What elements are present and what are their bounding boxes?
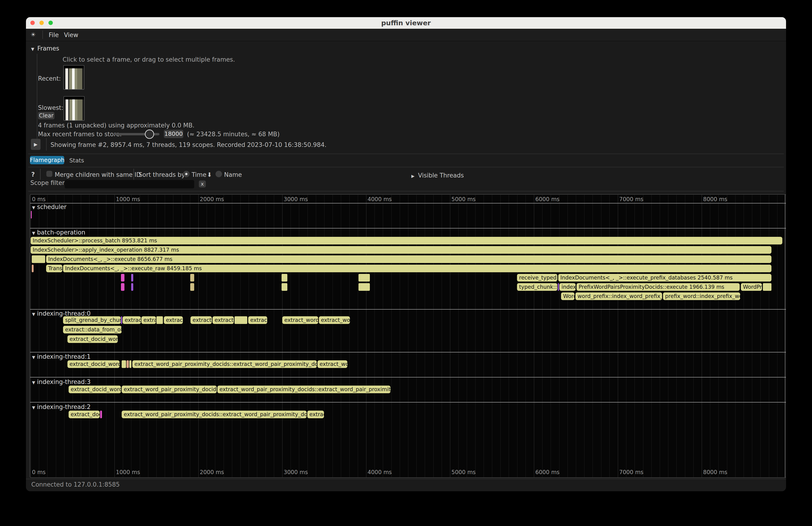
- slider-knob[interactable]: [145, 130, 154, 139]
- flame-scope-bar[interactable]: extract_docid_word: [69, 385, 121, 393]
- thread-section-header[interactable]: ▼batch-operation: [32, 229, 85, 236]
- flame-scope-bar[interactable]: [359, 283, 370, 291]
- flame-scope-bar[interactable]: [558, 283, 559, 291]
- flame-scope-bar[interactable]: extract_word_pair_proximity_docids: [122, 385, 217, 393]
- flame-scope-bar[interactable]: extract_wo: [318, 360, 347, 368]
- menu-view[interactable]: View: [64, 31, 78, 39]
- flame-scope-bar[interactable]: prefix_word::index_prefix_wo: [663, 292, 740, 300]
- flame-scope-bar[interactable]: typed_chunk::w: [517, 283, 557, 291]
- thread-section-header[interactable]: ▼indexing-thread:0: [32, 310, 91, 317]
- flame-scope-bar[interactable]: [122, 360, 126, 368]
- divider: [28, 167, 784, 167]
- menu-file[interactable]: File: [49, 31, 59, 39]
- theme-toggle-icon[interactable]: ☀: [31, 31, 36, 38]
- flame-scope-bar[interactable]: WordPr: [741, 283, 762, 291]
- collapse-triangle-icon: ▼: [32, 231, 35, 235]
- flame-scope-bar[interactable]: [131, 274, 133, 281]
- flame-scope-bar[interactable]: IndexDocuments<_, _>::execute_prefix_dat…: [558, 274, 771, 281]
- flame-scope-bar[interactable]: extra: [141, 316, 156, 324]
- separator: [40, 169, 41, 180]
- flame-scope-bar[interactable]: [131, 283, 133, 291]
- merge-children-label: Merge children with same ID: [55, 171, 141, 178]
- flame-scope-bar[interactable]: extract_: [190, 316, 212, 324]
- play-button[interactable]: ▶: [31, 139, 41, 150]
- flame-scope-bar[interactable]: [281, 274, 287, 281]
- flame-scope-bar[interactable]: [359, 274, 370, 281]
- collapse-triangle-icon: ▼: [32, 355, 35, 360]
- flame-scope-bar[interactable]: IndexDocuments<_, _>::execute 8656.677 m…: [46, 255, 771, 263]
- tab-flamegraph[interactable]: Flamegraph: [30, 156, 64, 164]
- flame-scope-bar[interactable]: IndexDocuments<_, _>::execute_raw 8459.1…: [63, 265, 771, 272]
- ruler-tick-label: 8000 ms: [703, 196, 727, 203]
- flame-scope-bar[interactable]: extract: [122, 316, 141, 324]
- thread-section-header[interactable]: ▼indexing-thread:1: [32, 353, 91, 360]
- tab-stats[interactable]: Stats: [69, 157, 84, 164]
- flame-scope-bar[interactable]: index: [560, 283, 576, 291]
- slowest-frames-thumbnail[interactable]: [63, 96, 85, 121]
- flame-scope-bar[interactable]: [763, 283, 771, 291]
- flame-scope-bar[interactable]: IndexScheduler>::apply_index_operation 8…: [31, 246, 771, 254]
- flame-scope-bar[interactable]: Word: [561, 292, 575, 300]
- flame-scope-bar[interactable]: [100, 411, 102, 418]
- flame-scope-bar[interactable]: extrac: [164, 316, 183, 324]
- flame-scope-bar[interactable]: extract_word: [282, 316, 318, 324]
- clear-frames-button[interactable]: Clear: [38, 112, 55, 119]
- flame-scope-bar[interactable]: [156, 316, 163, 324]
- flame-scope-bar[interactable]: [127, 360, 129, 368]
- flame-scope-bar[interactable]: extract: [248, 316, 267, 324]
- section-separator: [30, 309, 786, 310]
- flame-scope-bar[interactable]: split_grenad_by_chun: [63, 316, 121, 324]
- sort-name-radio[interactable]: [216, 171, 222, 177]
- flame-scope-bar[interactable]: [129, 360, 131, 368]
- ruler-tick-label: 2000 ms: [200, 469, 224, 476]
- flame-scope-bar[interactable]: extract_docid_word: [68, 360, 119, 368]
- flame-scope-bar[interactable]: [121, 274, 125, 281]
- visible-threads-toggle[interactable]: ▶ Visible Threads: [411, 172, 464, 179]
- flame-scope-bar[interactable]: [32, 265, 33, 272]
- thread-section-header[interactable]: ▼indexing-thread:2: [32, 404, 91, 410]
- max-frames-value[interactable]: 18000: [164, 130, 183, 138]
- flame-scope-bar[interactable]: extrac: [307, 411, 324, 418]
- flame-scope-bar[interactable]: extract_doc: [69, 411, 100, 418]
- flame-scope-bar[interactable]: extract_docid_word: [68, 335, 118, 343]
- thread-section-header[interactable]: ▼scheduler: [32, 203, 67, 210]
- flame-scope-bar[interactable]: extract_wo: [319, 316, 350, 324]
- menu-bar: ☀ File View: [26, 29, 786, 41]
- flame-scope-bar[interactable]: [281, 283, 287, 291]
- flame-scope-bar[interactable]: word_prefix::index_word_prefix_: [576, 292, 662, 300]
- flame-scope-bar[interactable]: receive_typed_: [517, 274, 557, 281]
- thread-section-header[interactable]: ▼indexing-thread:3: [32, 378, 91, 385]
- flame-scope-bar[interactable]: extract::data_from_ob: [63, 326, 122, 334]
- collapse-triangle-icon: ▼: [32, 405, 35, 410]
- thread-name: batch-operation: [37, 229, 85, 236]
- frames-section-header[interactable]: ▼ Frames: [31, 45, 59, 52]
- clear-filter-button[interactable]: x: [199, 180, 206, 188]
- flame-scope-bar[interactable]: [234, 316, 247, 324]
- flame-scope-bar[interactable]: [121, 283, 125, 291]
- sort-time-radio[interactable]: [183, 171, 190, 177]
- flame-scope-bar[interactable]: extract_: [213, 316, 234, 324]
- menu-separator: [42, 31, 43, 39]
- flamegraph-panel[interactable]: 0 ms0 ms1000 ms1000 ms2000 ms2000 ms3000…: [30, 194, 786, 478]
- flame-scope-bar[interactable]: PrefixWordPairsProximityDocids::execute …: [577, 283, 740, 291]
- divider: [28, 191, 784, 191]
- flame-scope-bar[interactable]: Trans: [46, 265, 62, 272]
- merge-children-checkbox[interactable]: [46, 171, 53, 177]
- recent-frames-thumbnail[interactable]: [63, 65, 84, 90]
- flame-scope-bar[interactable]: extract_word_pair_proximity_docids::extr…: [132, 360, 317, 368]
- flame-scope-bar[interactable]: [121, 316, 122, 324]
- sort-direction-icon[interactable]: ⬇: [207, 171, 212, 178]
- flame-scope-bar[interactable]: [32, 255, 45, 263]
- flame-scope-bar[interactable]: [190, 283, 194, 291]
- flame-scope-bar[interactable]: extract_word_pair_proximity_docids::extr…: [122, 411, 307, 418]
- max-frames-slider[interactable]: [114, 133, 159, 135]
- flame-scope-bar[interactable]: [190, 274, 194, 281]
- help-button[interactable]: ?: [31, 171, 35, 178]
- flame-scope-bar[interactable]: IndexScheduler>::process_batch 8953.821 …: [31, 237, 782, 245]
- thread-name: scheduler: [37, 203, 67, 210]
- indent-guide: [37, 54, 37, 139]
- frames-section-label: Frames: [37, 45, 59, 52]
- flame-scope-bar[interactable]: extract_word_pair_proximity_docids::extr…: [217, 385, 390, 393]
- flame-scope-bar[interactable]: [31, 211, 32, 219]
- scope-filter-input[interactable]: [65, 180, 194, 188]
